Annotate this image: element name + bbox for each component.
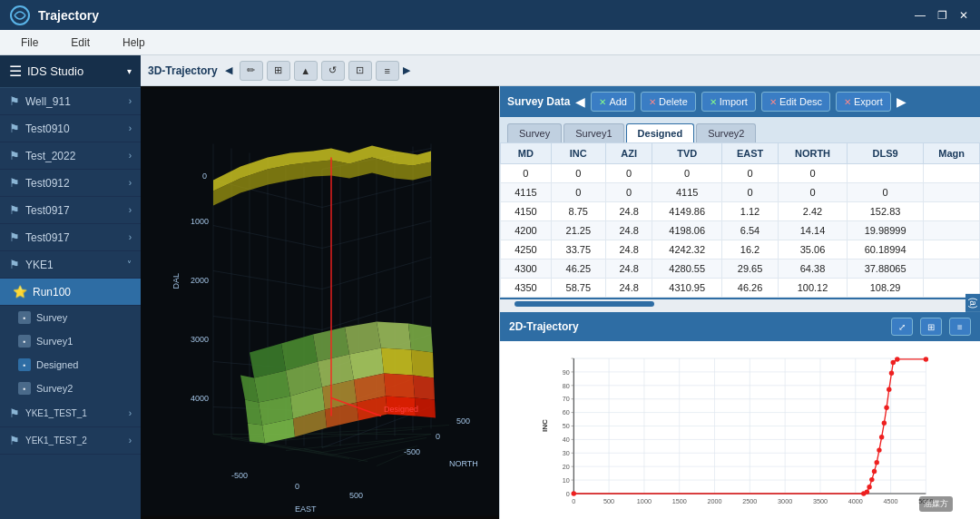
sidebar-item-run100[interactable]: ⭐ Run100 [0,279,141,306]
svg-point-161 [924,357,928,361]
sidebar-item-test0910[interactable]: ⚑ Test0910 › [0,115,141,142]
col-azi: AZI [605,143,652,164]
sidebar-subitem-designed[interactable]: ▪ Designed [0,353,141,377]
chevron-icon: › [129,123,132,133]
maximize-button[interactable]: ❐ [935,8,949,23]
sidebar-item-test0912[interactable]: ⚑ Test0912 › [0,170,141,197]
window-controls: — ❐ ✕ [913,8,971,23]
menu-help[interactable]: Help [115,33,152,53]
delete-button[interactable]: ✕ Delete [641,92,696,112]
well-icon: ⚑ [9,434,20,447]
tab-survey1[interactable]: Survey1 [564,123,623,142]
table-scrollbar[interactable] [514,301,654,307]
chevron-icon: › [129,205,132,215]
chevron-icon: › [129,408,132,418]
tab-survey2[interactable]: Survey2 [696,123,756,142]
toolbar-btn-grid[interactable]: ⊞ [267,61,290,81]
table-cell: 4242.32 [652,240,721,260]
table-row[interactable]: 4115004115000 [501,183,980,202]
table-cell: 0 [779,183,848,202]
table-cell: 58.75 [551,279,605,298]
import-button[interactable]: ✕ Import [701,92,756,112]
tab-designed[interactable]: Designed [626,123,695,142]
toolbar-btn-up[interactable]: ▲ [294,61,318,81]
chevron-icon: › [129,151,132,161]
svg-text:2000: 2000 [707,497,721,505]
svg-point-155 [882,421,887,426]
table-cell: 19.98999 [847,221,924,240]
svg-text:INC: INC [541,419,549,432]
sidebar-subitem-survey[interactable]: ▪ Survey [0,306,141,329]
well-icon: ⚑ [9,258,20,271]
svg-point-150 [869,477,874,482]
svg-text:0: 0 [295,482,299,491]
add-button[interactable]: ✕ Add [591,92,635,112]
well-icon: ⚑ [9,230,20,244]
table-row[interactable]: 000000 [501,164,980,183]
svg-text:1000: 1000 [637,497,652,505]
table-cell: 46.26 [721,279,778,298]
close-button[interactable]: ✕ [956,8,971,23]
table-cell: 24.8 [605,240,652,260]
well-icon: ⚑ [9,149,20,162]
table-row[interactable]: 435058.7524.84310.9546.26100.12108.29 [501,279,980,298]
table-cell: 1.12 [721,202,778,221]
table-cell: 4280.55 [652,260,721,279]
col-inc: INC [551,143,605,164]
well-icon: ⚑ [9,94,20,108]
table-cell: 0 [721,164,778,183]
sidebar-header[interactable]: ☰ IDS Studio ▾ [0,55,141,88]
chevron-icon: › [129,436,132,446]
traj-2d-grid-btn[interactable]: ⊞ [920,318,942,336]
svg-text:60: 60 [563,408,570,416]
menu-file[interactable]: File [14,33,45,53]
edit-desc-button[interactable]: ✕ Edit Desc [761,92,830,112]
survey-nav-right[interactable]: ▶ [897,94,906,109]
svg-text:Designed: Designed [384,405,418,414]
sidebar-item-yek1test2[interactable]: ⚑ YEK1_TEST_2 › [0,427,141,455]
table-cell: 60.18994 [847,240,924,260]
sidebar-item-test0917b[interactable]: ⚑ Test0917 › [0,224,141,251]
table-cell: 4115 [501,183,552,202]
sidebar-item-well911[interactable]: ⚑ Well_911 › [0,88,141,115]
svg-marker-48 [408,324,433,353]
traj-2d-menu-btn[interactable]: ≡ [949,318,971,336]
export-button[interactable]: ✕ Export [836,92,891,112]
menu-icon: ☰ [9,63,22,80]
minimize-button[interactable]: — [913,8,927,23]
table-row[interactable]: 41508.7524.84149.861.122.42152.83 [501,202,980,221]
toolbar-btn-view[interactable]: ⊡ [348,61,372,81]
svg-text:1000: 1000 [191,217,209,226]
sidebar-item-test2022[interactable]: ⚑ Test_2022 › [0,142,141,170]
survey-nav-left[interactable]: ◀ [575,94,585,109]
table-cell: 29.65 [721,260,778,279]
svg-text:50: 50 [563,422,570,430]
doc-icon: ▪ [18,358,31,371]
svg-marker-61 [384,374,415,398]
toolbar-nav-left[interactable]: ◀ [225,64,232,76]
traj-2d-expand-btn[interactable]: ⤢ [891,318,913,336]
svg-text:0: 0 [202,171,207,181]
toolbar-btn-rotate[interactable]: ↺ [321,61,345,81]
table-row[interactable]: 430046.2524.84280.5529.6564.3837.88065 [501,260,980,279]
sidebar-item-yke1[interactable]: ⚑ YKE1 ˅ [0,251,141,279]
svg-marker-62 [413,376,435,400]
svg-text:500: 500 [603,497,614,505]
table-cell: 4300 [501,260,552,279]
table-cell: 33.75 [551,240,605,260]
traj-2d-header: 2D-Trajectory ⤢ ⊞ ≡ [500,312,980,341]
sidebar-item-test0917a[interactable]: ⚑ Test0917 › [0,197,141,224]
doc-icon: ▪ [18,311,31,324]
sidebar-item-yke1test1[interactable]: ⚑ YKE1_TEST_1 › [0,400,141,427]
table-row[interactable]: 425033.7524.84242.3216.235.0660.18994 [501,240,980,260]
sidebar-subitem-survey1[interactable]: ▪ Survey1 [0,329,141,353]
tab-survey[interactable]: Survey [507,123,562,142]
menu-edit[interactable]: Edit [64,33,97,53]
table-row[interactable]: 420021.2524.84198.066.5414.1419.98999 [501,221,980,240]
toolbar-nav-right[interactable]: ▶ [403,64,410,76]
traj-2d-title: 2D-Trajectory [509,320,884,333]
svg-text:3000: 3000 [191,335,209,344]
toolbar-btn-menu[interactable]: ≡ [376,61,399,81]
toolbar-btn-edit[interactable]: ✏ [240,61,263,81]
sidebar-subitem-survey2[interactable]: ▪ Survey2 [0,377,141,400]
